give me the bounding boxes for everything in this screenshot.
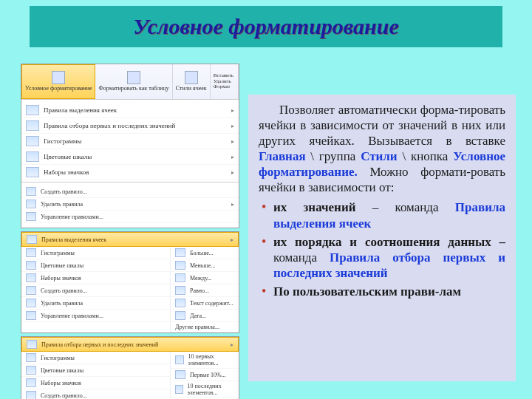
- menu-label: Гистограммы: [44, 137, 82, 145]
- op-icon: [175, 273, 185, 282]
- sub-equal[interactable]: Равно...: [171, 284, 239, 297]
- chevron-right-icon: ▸: [231, 138, 234, 145]
- iconsets-icon: [26, 378, 36, 387]
- menu-label: 10 последних элементов...: [188, 383, 234, 396]
- menu-item-new-rule[interactable]: Создать правило...: [21, 389, 170, 399]
- menu-item-colorscales[interactable]: Цветовые шкалы: [21, 259, 170, 272]
- sub-other[interactable]: Другие правила...: [171, 322, 239, 332]
- text-run: их значений: [273, 200, 356, 214]
- new-rule-icon: [26, 187, 36, 196]
- menu-label: Наборы значков: [41, 275, 81, 282]
- menu-label: Правила выделения ячеек: [44, 106, 117, 114]
- chevron-right-icon: ▸: [231, 123, 234, 129]
- submenu-header-topbottom: Правила отбора первых и последних значен…: [21, 337, 239, 352]
- iconsets-icon: [26, 273, 36, 282]
- sub-top10pct[interactable]: Первые 10%...: [171, 369, 239, 381]
- highlight-icon: [27, 235, 37, 244]
- menu-label: Наборы значков: [44, 168, 89, 176]
- sub-greater[interactable]: Больше...: [171, 247, 239, 259]
- op-icon: [175, 248, 185, 257]
- menu-item-iconsets[interactable]: Наборы значков: [21, 272, 170, 284]
- menu-item-manage-rules[interactable]: Управление правилами...: [21, 310, 170, 322]
- bullet-values: их значений – команда Правила выделения …: [273, 200, 505, 231]
- chevron-right-icon: ▸: [231, 236, 233, 243]
- text-run: команда: [273, 250, 330, 265]
- new-rule-icon: [26, 391, 36, 399]
- toplast-icon: [26, 120, 39, 131]
- cell-styles-button[interactable]: Стили ячеек: [173, 64, 211, 99]
- op-icon: [175, 311, 185, 320]
- op-icon: [175, 370, 185, 379]
- sub-less[interactable]: Меньше...: [171, 259, 239, 272]
- menu-item-new-rule[interactable]: Создать правило...: [21, 284, 170, 297]
- conditional-formatting-button[interactable]: Условное форматирование: [21, 64, 95, 99]
- colorscales-icon: [26, 366, 36, 375]
- menu-label: Создать правило...: [41, 287, 87, 294]
- menu-item-databars[interactable]: Гистограммы▸: [21, 134, 239, 149]
- menu-label: Управление правилами...: [41, 214, 103, 220]
- chevron-right-icon: ▸: [231, 107, 234, 114]
- menu-item-databars[interactable]: Гистограммы: [21, 352, 170, 364]
- ribbon-label: Условное форматирование: [25, 86, 92, 92]
- menu-item-colorscales[interactable]: Цветовые шкалы▸: [21, 149, 239, 165]
- databars-icon: [26, 248, 36, 257]
- colorscales-icon: [26, 151, 39, 162]
- menu-item-iconsets[interactable]: Наборы значков: [21, 377, 170, 389]
- text-run: \ кнопка: [398, 149, 454, 163]
- ribbon: Условное форматирование Форматировать ка…: [21, 64, 239, 100]
- menu-label: Гистограммы: [41, 250, 75, 256]
- menu-label: 10 первых элементов...: [188, 353, 234, 366]
- menu-item-databars[interactable]: Гистограммы: [21, 247, 170, 259]
- iconsets-icon: [26, 167, 39, 177]
- table-icon: [127, 71, 140, 84]
- new-rule-icon: [26, 286, 36, 295]
- sub-bottom10[interactable]: 10 последних элементов...: [171, 381, 239, 398]
- menu-label: Управление правилами...: [41, 313, 103, 319]
- text-run: Позволяет автоматически форма-тировать я…: [259, 103, 505, 148]
- screenshot-3: Правила отбора первых и последних значен…: [21, 336, 239, 399]
- menu-item-clear-rules[interactable]: Удалить правила▸: [21, 198, 239, 211]
- menu-item-iconsets[interactable]: Наборы значков▸: [21, 165, 239, 180]
- submenu-header-highlight: Правила выделения ячеек▸: [21, 232, 239, 247]
- clear-icon: [26, 299, 36, 307]
- chevron-right-icon: ▸: [231, 341, 233, 348]
- cell-styles-icon: [185, 71, 198, 84]
- text-run-styles: Стили: [361, 149, 398, 163]
- chevron-right-icon: ▸: [231, 169, 234, 176]
- bullet-order: их порядка и соотношения данных – команд…: [273, 234, 505, 281]
- databars-icon: [26, 136, 39, 146]
- menu-label: Цветовые шкалы: [44, 153, 92, 160]
- op-icon: [175, 299, 185, 307]
- menu-item-toplast-rules[interactable]: Правила отбора первых и последних значен…: [21, 118, 239, 134]
- menu-item-highlight-rules[interactable]: Правила выделения ячеек▸: [21, 103, 239, 118]
- menu-item-colorscales[interactable]: Цветовые шкалы: [21, 364, 170, 377]
- format-as-table-button[interactable]: Форматировать как таблицу: [95, 64, 172, 99]
- op-icon: [175, 261, 185, 270]
- menu-item-clear-rules[interactable]: Удалить правила: [21, 297, 170, 310]
- menu-label: Первые 10%...: [190, 372, 226, 378]
- title-bar: Условное форматирование: [30, 6, 502, 47]
- ribbon-label: Стили ячеек: [176, 86, 207, 92]
- sub-top10[interactable]: 10 первых элементов...: [171, 352, 239, 369]
- op-icon: [175, 385, 183, 394]
- text-run: их порядка и соотношения данных –: [273, 235, 505, 249]
- bullet-list: их значений – команда Правила выделения …: [259, 200, 505, 299]
- explanation-text: Позволяет автоматически форма-тировать я…: [248, 95, 516, 381]
- menu-label: Удалить правила: [41, 300, 83, 307]
- menu-label: Гистограммы: [41, 355, 75, 361]
- op-icon: [175, 355, 184, 364]
- highlight-icon: [26, 105, 39, 115]
- cf-menu: Правила выделения ячеек▸ Правила отбора …: [21, 100, 239, 228]
- menu-label: Текст содержит...: [190, 300, 233, 307]
- menu-label: Правила отбора первых и последних значен…: [41, 341, 158, 348]
- format-cmd[interactable]: Формат: [214, 84, 231, 89]
- sub-between[interactable]: Между...: [171, 272, 239, 284]
- menu-item-new-rule[interactable]: Создать правило...: [21, 185, 239, 198]
- menu-item-manage-rules[interactable]: Управление правилами...: [21, 211, 239, 223]
- text-run-main: Главная: [259, 149, 306, 163]
- sub-text[interactable]: Текст содержит...: [171, 297, 239, 310]
- manage-icon: [26, 311, 36, 320]
- screenshots-column: Условное форматирование Форматировать ка…: [21, 64, 239, 399]
- sub-date[interactable]: Дата...: [171, 310, 239, 322]
- text-run: По пользовательским прави-лам: [273, 284, 461, 299]
